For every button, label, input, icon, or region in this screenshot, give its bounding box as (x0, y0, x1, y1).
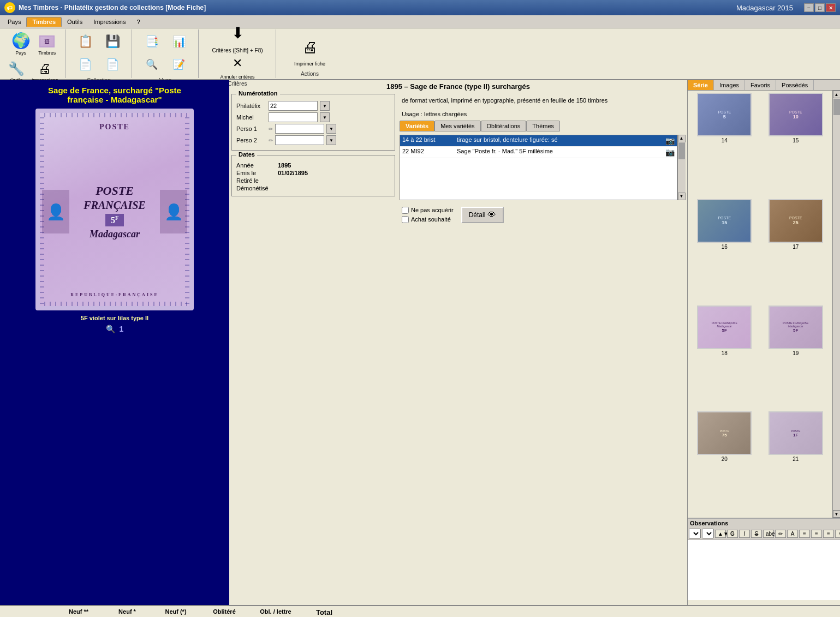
perso1-dropdown[interactable]: ▼ (326, 124, 336, 134)
perso1-label: Perso 1 (236, 125, 266, 132)
right-tab-possedes[interactable]: Possédés (776, 80, 814, 90)
varietes-scrollbar[interactable]: ▲ ▼ (677, 135, 685, 200)
timbres-button[interactable]: 🖼 Timbres (36, 32, 58, 57)
achat-souhaite-checkbox[interactable] (402, 216, 409, 223)
close-button[interactable]: ✕ (826, 3, 836, 12)
menu-help[interactable]: ? (131, 17, 145, 26)
price-section: Neuf ** Neuf * Neuf (*) Oblitéré Obl. / … (0, 605, 840, 617)
stamp-num-19: 19 (793, 350, 799, 356)
variete-code-0: 14 à 22 brist (402, 136, 457, 145)
obs-justify-btn[interactable]: ≡ (835, 530, 840, 538)
philatelix-input[interactable] (269, 101, 318, 111)
obs-textarea[interactable] (688, 540, 840, 600)
right-tab-images[interactable]: Images (714, 80, 745, 90)
michel-label: Michel (236, 114, 266, 121)
obs-strikethrough-btn[interactable]: S (751, 530, 762, 538)
obs-format-btn[interactable]: ▲▼ (715, 530, 726, 538)
stamp-title: Sage de France, surchargé "Poste françai… (48, 86, 181, 104)
tab-themes[interactable]: Thèmes (526, 121, 560, 131)
stamp-thumb-16[interactable]: POSTE15 16 (690, 199, 759, 303)
stamp-num-16: 16 (722, 244, 728, 250)
scroll-down-arrow[interactable]: ▼ (678, 193, 686, 200)
menu-timbres[interactable]: Timbres (26, 17, 62, 27)
obs-align-center-btn[interactable]: ≡ (811, 530, 822, 538)
annuler-criteres-button[interactable]: ✕ (227, 53, 248, 73)
obs-size-select[interactable] (702, 529, 714, 538)
stamp-thumb-15[interactable]: POSTE10 15 (761, 93, 831, 197)
main-content: Sage de France, surchargé "Poste françai… (0, 80, 840, 605)
pays-button[interactable]: 🌍 Pays (8, 31, 34, 58)
vues-btn-3[interactable]: 🔍 (139, 53, 165, 75)
menu-impressions[interactable]: Impressions (88, 17, 131, 26)
variete-code-1: 22 MI92 (402, 148, 457, 157)
stamp-thumb-19[interactable]: POSTE FRANÇAISE Madagascar 5F 19 (761, 305, 831, 410)
stamp-thumb-17[interactable]: POSTE25 17 (761, 199, 831, 303)
right-scroll-up[interactable]: ▲ (833, 91, 841, 98)
tab-varietes[interactable]: Variétés (400, 121, 434, 131)
variete-row-0[interactable]: 14 à 22 brist tirage sur bristol, dentel… (400, 135, 677, 147)
tab-bar: Variétés Mes variétés Oblitérations Thèm… (400, 121, 685, 131)
tab-mes-varietes[interactable]: Mes variétés (434, 121, 480, 131)
collection-btn-3[interactable]: 📄 (72, 53, 98, 75)
perso1-edit-icon[interactable]: ✏ (269, 126, 273, 132)
perso1-input[interactable] (275, 124, 324, 134)
numerotation-box: Numérotation Philatélix ▼ Michel ▼ (231, 94, 395, 151)
menu-outils[interactable]: Outils (62, 17, 88, 26)
right-tab-favoris[interactable]: Favoris (745, 80, 776, 90)
center-panel: 1895 – Sage de France (type II) surcharg… (229, 80, 687, 605)
obs-bold-btn[interactable]: G (727, 530, 738, 538)
stamp-subtitle: 5F violet sur lilas type II (81, 315, 148, 321)
vues-btn-4[interactable]: 📝 (166, 53, 192, 75)
vues-btn-2[interactable]: 📊 (166, 31, 192, 52)
variete-desc-0: tirage sur bristol, dentelure figurée: s… (457, 136, 665, 145)
obs-font-select[interactable] (689, 529, 701, 538)
michel-dropdown[interactable]: ▼ (320, 112, 330, 122)
right-scroll-down[interactable]: ▼ (833, 510, 841, 518)
ne-pas-acquerir-checkbox[interactable] (402, 207, 409, 214)
perso2-input[interactable] (275, 135, 324, 145)
right-tab-serie[interactable]: Série (688, 80, 714, 90)
detail-button[interactable]: Détail 👁 (461, 207, 504, 223)
obs-align-right-btn[interactable]: ≡ (823, 530, 834, 538)
collection-btn-1[interactable]: 📋 (72, 31, 98, 52)
collection-btn-2[interactable]: 💾 (99, 31, 126, 52)
tab-obliterations[interactable]: Oblitérations (481, 121, 527, 131)
stamp-nav-num: 1 (120, 325, 124, 333)
observations-label: Observations (688, 518, 840, 528)
stamp-thumb-14[interactable]: POSTE5 14 (690, 93, 759, 197)
perso2-edit-icon[interactable]: ✏ (269, 137, 273, 143)
left-panel: Sage de France, surchargé "Poste françai… (0, 80, 229, 605)
vues-btn-1[interactable]: 📑 (139, 31, 165, 52)
stamp-num-17: 17 (793, 244, 799, 250)
obs-italic-btn[interactable]: I (739, 530, 750, 538)
variete-row-1[interactable]: 22 MI92 Sage "Poste fr. - Mad." 5F millé… (400, 147, 677, 158)
obs-pencil-btn[interactable]: ✏ (775, 530, 786, 538)
varietes-table: 14 à 22 brist tirage sur bristol, dentel… (400, 135, 677, 200)
obs-color-btn[interactable]: A (787, 530, 798, 538)
stamp-nav: 🔍 1 (106, 325, 124, 333)
stamp-image-container[interactable]: POSTE 👤 POSTE FRANÇAISE 5F Madagascar 👤 … (35, 109, 194, 310)
obs-align-left-btn[interactable]: ≡ (799, 530, 810, 538)
perso2-dropdown[interactable]: ▼ (326, 135, 336, 145)
collection-btn-4[interactable]: 📄 (99, 53, 126, 75)
stamp-thumb-20[interactable]: POSTE 75 20 (690, 411, 759, 516)
minimize-button[interactable]: − (804, 3, 814, 12)
stamp-thumb-21[interactable]: POSTE 1F 21 (761, 411, 831, 516)
stamp-thumb-18[interactable]: POSTE FRANÇAISE Madagascar 5F 18 (690, 305, 759, 410)
maximize-button[interactable]: □ (815, 3, 825, 12)
col-obl-lettre: Obl. / lettre (249, 608, 302, 616)
menu-pays[interactable]: Pays (2, 17, 26, 26)
philatelix-dropdown[interactable]: ▼ (320, 101, 330, 111)
scroll-up-arrow[interactable]: ▲ (678, 135, 686, 142)
criteres-button[interactable]: ⬇ (223, 21, 252, 45)
michel-input[interactable] (269, 112, 318, 122)
stamp-num-21: 21 (793, 456, 799, 462)
series-title: 1895 – Sage de France (type II) surcharg… (231, 82, 685, 91)
pays-label: Pays (10, 49, 32, 57)
stamp-zoom-icon[interactable]: 🔍 (106, 325, 115, 333)
right-panel-scrollbar[interactable]: ▲ ▼ (832, 91, 840, 518)
imprimer-fiche-button[interactable]: 🖨 (296, 34, 324, 60)
description-text: de format vertical, imprimé en typograph… (402, 96, 683, 105)
usage-value: lettres chargées (424, 111, 467, 117)
obs-abc-btn[interactable]: abe (763, 530, 774, 538)
